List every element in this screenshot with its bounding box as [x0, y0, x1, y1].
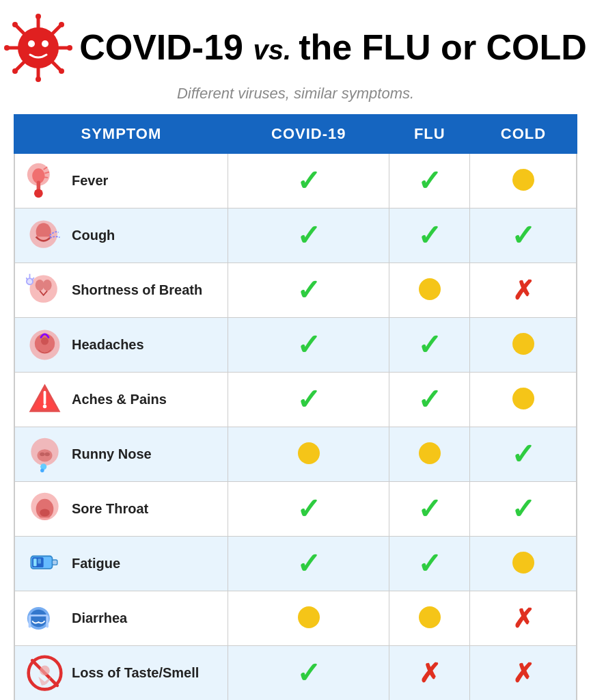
- comparison-table: SYMPTOM COVID-19 FLU COLD Fever ✓ ✓: [14, 114, 577, 700]
- svg-point-63: [40, 666, 50, 676]
- covid-cell: ✓: [228, 263, 389, 318]
- covid-cell: [228, 591, 389, 646]
- cold-cell: ✗: [470, 591, 577, 646]
- cold-cell: ✓: [470, 482, 577, 537]
- check-icon: ✓: [511, 438, 535, 470]
- svg-point-14: [12, 68, 18, 74]
- table-row: Diarrhea ✗: [14, 591, 577, 646]
- svg-point-44: [40, 453, 44, 457]
- svg-rect-53: [53, 560, 57, 565]
- symptom-cell: Shortness of Breath: [14, 263, 228, 318]
- covid-cell: ✓: [228, 208, 389, 263]
- dot-icon: [298, 606, 320, 628]
- svg-point-43: [38, 449, 53, 461]
- svg-point-12: [59, 22, 64, 27]
- flu-cell: ✓: [389, 153, 470, 208]
- svg-point-47: [40, 469, 44, 473]
- table-row: Loss of Taste/Smell ✓ ✗ ✗: [14, 646, 577, 701]
- svg-point-6: [4, 45, 10, 51]
- svg-line-9: [16, 26, 24, 33]
- check-icon: ✓: [297, 383, 320, 416]
- symptom-cell: Diarrhea: [14, 591, 228, 646]
- svg-point-2: [36, 14, 41, 19]
- svg-point-29: [36, 280, 44, 291]
- cross-icon: ✗: [419, 659, 441, 688]
- svg-line-13: [16, 62, 24, 70]
- symptom-icon-sore-throat: [26, 490, 64, 528]
- cross-icon: ✗: [512, 276, 534, 305]
- check-icon: ✓: [417, 165, 441, 197]
- covid-cell: ✓: [228, 373, 389, 427]
- svg-point-41: [43, 405, 47, 409]
- cross-icon: ✗: [512, 604, 534, 633]
- covid-cell: ✓: [228, 318, 389, 373]
- svg-point-30: [43, 280, 52, 291]
- svg-point-37: [41, 338, 49, 345]
- symptom-name: Diarrhea: [72, 610, 127, 626]
- svg-line-15: [53, 62, 60, 70]
- svg-point-50: [40, 509, 50, 517]
- table-row: Fatigue ✓ ✓: [14, 537, 577, 591]
- svg-point-57: [30, 610, 48, 628]
- covid-cell: ✓: [228, 482, 389, 537]
- svg-point-22: [34, 189, 43, 198]
- cold-cell: [470, 537, 577, 591]
- cold-cell: ✗: [470, 263, 577, 318]
- svg-point-8: [67, 45, 72, 51]
- flu-cell: ✓: [389, 537, 470, 591]
- symptom-cell: Fever: [14, 153, 228, 208]
- table-row: Cough ✓ ✓ ✓: [14, 208, 577, 263]
- cold-cell: ✗: [470, 646, 577, 701]
- dot-icon: [512, 169, 534, 191]
- symptom-name: Fever: [72, 173, 108, 189]
- symptom-cell: Cough: [14, 208, 228, 263]
- cold-cell: ✓: [470, 427, 577, 482]
- dot-icon: [419, 606, 441, 628]
- svg-point-16: [59, 68, 64, 74]
- symptom-icon-diarrhea: [26, 600, 64, 637]
- check-icon: ✓: [511, 493, 535, 525]
- svg-line-11: [53, 26, 60, 33]
- symptom-icon-headaches: [26, 326, 64, 364]
- check-icon: ✓: [297, 165, 320, 197]
- main-title: COVID-19 vs. the FLU or COLD: [79, 28, 587, 67]
- check-icon: ✓: [417, 493, 441, 525]
- svg-point-10: [12, 22, 18, 27]
- svg-point-4: [36, 77, 41, 82]
- svg-line-33: [26, 278, 28, 280]
- virus-icon: [4, 14, 72, 82]
- symptom-icon-fatigue: [26, 545, 64, 582]
- table-row: Sore Throat ✓ ✓ ✓: [14, 482, 577, 537]
- svg-point-17: [28, 40, 35, 47]
- symptom-cell: Aches & Pains: [14, 373, 228, 427]
- flu-cell: ✓: [389, 373, 470, 427]
- flu-cell: ✓: [389, 318, 470, 373]
- covid-cell: ✓: [228, 646, 389, 701]
- svg-point-18: [42, 40, 49, 47]
- table-row: Fever ✓ ✓: [14, 153, 577, 208]
- table-row: Aches & Pains ✓ ✓: [14, 373, 577, 427]
- check-icon: ✓: [417, 219, 441, 252]
- symptom-name: Sore Throat: [72, 501, 148, 517]
- check-icon: ✓: [417, 383, 441, 416]
- subtitle: Different viruses, similar symptoms.: [177, 85, 414, 103]
- col-flu: FLU: [389, 115, 470, 153]
- check-icon: ✓: [511, 219, 535, 252]
- check-icon: ✓: [297, 329, 320, 361]
- svg-rect-55: [38, 558, 41, 563]
- check-icon: ✓: [297, 493, 320, 525]
- check-icon: ✓: [417, 548, 441, 580]
- cold-cell: ✓: [470, 208, 577, 263]
- symptom-icon-cough: [26, 217, 64, 254]
- check-icon: ✓: [297, 274, 320, 306]
- symptom-cell: Headaches: [14, 318, 228, 373]
- dot-icon: [419, 278, 441, 300]
- covid-cell: ✓: [228, 153, 389, 208]
- col-symptom: SYMPTOM: [14, 115, 228, 153]
- symptom-cell: Loss of Taste/Smell: [14, 646, 228, 701]
- symptom-name: Fatigue: [72, 556, 120, 571]
- symptom-cell: Sore Throat: [14, 482, 228, 537]
- symptom-name: Cough: [72, 228, 115, 243]
- svg-point-28: [30, 275, 57, 303]
- dot-icon: [298, 442, 320, 464]
